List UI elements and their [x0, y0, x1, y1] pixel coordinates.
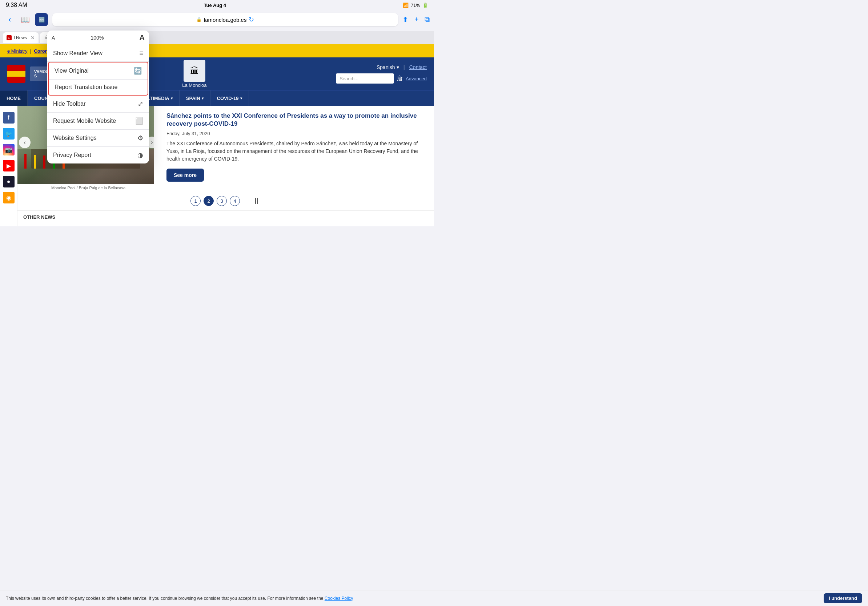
- site-header-left: VAMOS S: [7, 65, 53, 83]
- back-button[interactable]: ‹: [5, 15, 15, 24]
- font-percent: 100%: [55, 35, 139, 41]
- youtube-link[interactable]: ▶: [3, 160, 14, 172]
- nav-home[interactable]: HOME: [0, 90, 28, 106]
- report-translation-item[interactable]: Report Translation Issue: [49, 80, 147, 95]
- url-bar[interactable]: 🔒 lamoncloa.gob.es ↻: [52, 13, 398, 26]
- advanced-search-link[interactable]: Advanced: [406, 76, 427, 81]
- divider: [246, 197, 246, 204]
- twitter-link[interactable]: 🐦: [3, 128, 14, 139]
- dropdown-menu: A 100% A Show Reader View ≡ View Origina…: [47, 31, 149, 164]
- page-4-button[interactable]: 4: [230, 196, 240, 206]
- website-settings-label: Website Settings: [53, 135, 97, 141]
- language-label: Spanish: [377, 64, 395, 70]
- site-header-right: Spanish ▾ | Contact Search... 唐 Advanced: [336, 64, 427, 83]
- pagination: 1 2 3 4: [17, 192, 434, 210]
- other-news-section: OTHER NEWS: [17, 210, 434, 226]
- privacy-report-item[interactable]: Privacy Report ◑: [47, 147, 149, 164]
- hide-toolbar-item[interactable]: Hide Toolbar ⤢: [47, 96, 149, 113]
- logo-text: La Moncloa: [182, 82, 206, 88]
- social-sidebar: f 🐦 📷 ▶ ● ◉: [0, 106, 17, 226]
- facebook-link[interactable]: f: [3, 112, 14, 124]
- chevron-icon: ▾: [171, 96, 173, 100]
- nav-covid[interactable]: COVID-19 ▾: [211, 90, 249, 106]
- article-title: Sánchez points to the XXI Conference of …: [166, 112, 427, 128]
- bookmark-button[interactable]: 📖: [20, 15, 31, 24]
- refresh-button[interactable]: ↻: [249, 15, 254, 24]
- view-original-label: View Original: [54, 68, 89, 74]
- site-logo: 🏛 La Moncloa: [182, 60, 206, 88]
- font-small-button[interactable]: A: [52, 35, 55, 41]
- reader-view-label: Show Reader View: [53, 50, 102, 57]
- status-time: 9:38 AM: [6, 2, 27, 8]
- reader-view-icon: ≡: [139, 49, 143, 57]
- dark-social-link[interactable]: ●: [3, 176, 14, 187]
- search-row: Search... 唐 Advanced: [336, 73, 427, 83]
- mobile-icon: ⬜: [135, 117, 143, 125]
- article-content: Sánchez points to the XXI Conference of …: [159, 106, 434, 192]
- other-news-title: OTHER NEWS: [23, 214, 428, 220]
- header-divider: |: [403, 64, 405, 71]
- carousel-caption: Moncloa Pool / Bruja Puig de la Bellacas…: [17, 184, 159, 192]
- privacy-report-label: Privacy Report: [53, 152, 91, 158]
- language-selector[interactable]: Spanish ▾: [377, 64, 399, 70]
- translate-icon: 🔤: [39, 17, 45, 23]
- tab-news[interactable]: C l News ✕: [3, 32, 39, 43]
- chevron-icon: ▾: [240, 96, 242, 100]
- search-icon: 唐: [397, 75, 403, 82]
- browser-chrome: ‹ 📖 🔤 🔒 lamoncloa.gob.es ↻ ⬆ + ⧉: [0, 10, 434, 31]
- status-bar: 9:38 AM Tue Aug 4 📶 71% 🔋: [0, 0, 434, 10]
- contact-link[interactable]: Contact: [409, 64, 427, 70]
- translate-swap-icon: 🔄: [134, 67, 142, 75]
- share-button[interactable]: ⬆: [402, 15, 409, 24]
- translate-button[interactable]: 🔤: [35, 13, 48, 26]
- battery-icon: 🔋: [422, 3, 428, 8]
- font-size-row: A 100% A: [47, 31, 149, 45]
- highlighted-section: View Original 🔄 Report Translation Issue: [48, 62, 148, 96]
- tab-news-label: l News: [14, 35, 27, 40]
- battery-level: 71%: [411, 3, 420, 8]
- tab-news-favicon: C: [6, 35, 12, 40]
- add-tab-button[interactable]: +: [414, 15, 419, 24]
- page-1-button[interactable]: 1: [191, 196, 201, 206]
- status-indicators: 📶 71% 🔋: [403, 3, 428, 8]
- browser-actions: ⬆ + ⧉: [402, 15, 429, 24]
- nav-spain[interactable]: SPAIN ▾: [180, 90, 211, 106]
- website-settings-item[interactable]: Website Settings ⚙: [47, 130, 149, 147]
- carousel-arrow-left[interactable]: ‹: [19, 137, 31, 148]
- hide-toolbar-label: Hide Toolbar: [53, 100, 86, 107]
- logo-building-icon: 🏛: [184, 60, 205, 82]
- request-mobile-label: Request Mobile Website: [53, 118, 116, 124]
- wifi-icon: 📶: [403, 3, 409, 8]
- rss-link[interactable]: ◉: [3, 192, 14, 204]
- pause-button[interactable]: [252, 198, 261, 204]
- tabs-button[interactable]: ⧉: [425, 15, 429, 24]
- tab-news-close[interactable]: ✕: [31, 35, 35, 41]
- font-large-button[interactable]: A: [140, 33, 145, 42]
- hide-toolbar-icon: ⤢: [138, 100, 143, 108]
- url-text: lamoncloa.gob.es: [204, 17, 247, 23]
- search-placeholder: Search...: [339, 76, 358, 81]
- settings-gear-icon: ⚙: [137, 134, 143, 142]
- article-body: The XXI Conference of Autonomous Preside…: [166, 140, 427, 163]
- chevron-down-icon: ▾: [397, 64, 399, 70]
- lock-icon: 🔒: [196, 17, 202, 22]
- header-top-links: Spanish ▾ | Contact: [377, 64, 427, 71]
- see-more-button[interactable]: See more: [166, 169, 204, 182]
- request-mobile-item[interactable]: Request Mobile Website ⬜: [47, 113, 149, 130]
- article-date: Friday, July 31, 2020: [166, 131, 427, 136]
- pause-bar-1: [255, 198, 256, 204]
- privacy-icon: ◑: [137, 151, 143, 159]
- report-translation-label: Report Translation Issue: [54, 84, 118, 90]
- chevron-icon: ▾: [202, 96, 203, 100]
- instagram-link[interactable]: 📷: [3, 144, 14, 156]
- show-reader-view-item[interactable]: Show Reader View ≡: [47, 45, 149, 62]
- page-2-button[interactable]: 2: [203, 196, 214, 206]
- pause-bar-2: [257, 198, 258, 204]
- status-date: Tue Aug 4: [204, 3, 226, 8]
- flag-logo: [7, 65, 25, 83]
- view-original-item[interactable]: View Original 🔄: [49, 62, 147, 80]
- banner-ministry: e Ministry: [7, 48, 28, 54]
- search-box[interactable]: Search...: [336, 73, 394, 83]
- banner-separator: |: [28, 48, 34, 54]
- page-3-button[interactable]: 3: [217, 196, 227, 206]
